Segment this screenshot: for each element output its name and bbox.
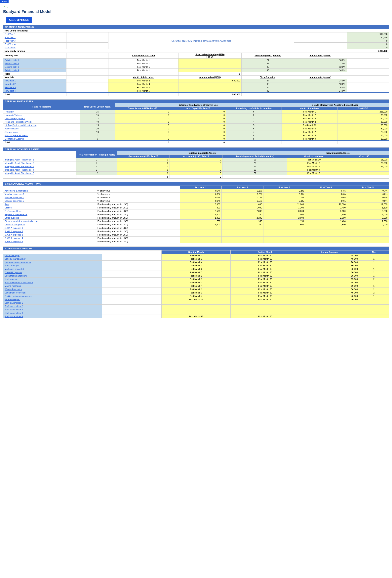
existing-debt-row-3: Existing debt 3 Fcst Month 1 48 12.0% xyxy=(3,65,389,69)
capex-intangible-row-0: Intangible Asset Placeholder 1 2 0 0 12 … xyxy=(3,158,389,161)
asset-name-header: Fixed Asset Name xyxy=(3,103,80,110)
capex-fixed-total-row: Total 0 0 xyxy=(3,141,389,144)
sga-row-5: Utilities Fixed monthly amount (in USD) … xyxy=(3,206,389,209)
new-debt-row-3: New debt 3 Fcst Month 4 48 14.0% xyxy=(3,86,389,89)
capex-fixed-header: CAPEX ON FIXED ASSETS xyxy=(3,99,389,103)
amort-period-header: Total Amortization Period (in Years) xyxy=(76,151,117,158)
existing-debt-row-2: Existing debt 2 Fcst Month 1 36 11.0% xyxy=(3,62,389,65)
capex-fixed-row-7: Workshop/Repair Areas 5 0 0 8 Fcst Month… xyxy=(3,134,389,137)
existing-debt-row-4: Existing debt 4 Fcst Month 1 63 14.0% xyxy=(3,69,389,72)
sga-row-3: Variable expenses 3 % of revenue 0.0% 0.… xyxy=(3,199,389,203)
existing-debt-calc-1: Fcst Month 1 xyxy=(108,58,178,62)
staffing-row-0: Office manager Fcst Month 1 Fcst Month 6… xyxy=(3,254,389,257)
new-debt-month-header: Month of debt raised xyxy=(108,76,178,79)
sga-row-15: S, G& A expense 5 Fixed monthly amount (… xyxy=(3,240,389,243)
existing-debt-label-3: Existing debt 3 xyxy=(3,65,66,69)
staffing-row-7: Yard manager Fcst Month 1 Fcst Month 60 … xyxy=(3,278,389,281)
index-tab[interactable]: Index xyxy=(0,0,8,3)
existing-debt-label-2: Existing debt 2 xyxy=(3,62,66,65)
capex-fixed-group-header: Fixed Asset Name Total Useful Life (in Y… xyxy=(3,103,389,107)
calc-start-header: Calculation start from xyxy=(108,53,178,58)
existing-debt-label: Existing debt xyxy=(3,53,66,58)
new-equity-funding-value: 1,083,132 xyxy=(347,49,389,53)
new-debt-row-4: New debt 4 Fcst Month 5 48 14.0% xyxy=(3,89,389,93)
capex-fixed-row-5: Access Roads 20 0 0 6 Fcst Month 6 30,00… xyxy=(3,127,389,130)
staffing-row-16: Staff placeholder 3 xyxy=(3,308,389,311)
new-debt-row-2: New debt 2 Fcst Month 3 48 10.0% xyxy=(3,82,389,86)
existing-debt-principal-1 xyxy=(178,58,242,62)
sga-row-0: Advertising & marketing % of revenue 0.3… xyxy=(3,189,389,193)
new-equity-label: New Equity Financing: xyxy=(3,29,389,32)
staffing-row-1: Scheduler/Dispatcher Fcst Month 3 Fcst M… xyxy=(3,257,389,261)
sga-table: S,G&A EXPENSES ASSUMPTIONS Fcst Year 1 F… xyxy=(3,182,389,243)
equity-label-2: Fcst Year 2 xyxy=(3,36,66,39)
existing-intangible-header: Existing Intangible Assets xyxy=(117,151,287,155)
staffing-row-11: Equipment technician Fcst Month 3 Fcst M… xyxy=(3,291,389,294)
equity-value-1: 992,306 xyxy=(347,32,389,36)
equity-label-1: Fcst Year 1 xyxy=(3,32,66,36)
existing-debt-row-1: Existing debt 1 Fcst Month 1 24 10.0% xyxy=(3,58,389,62)
new-header: Details of New Fixed Assets to be purcha… xyxy=(282,103,389,107)
capex-intangible-group-header: Total Amortization Period (in Years) Exi… xyxy=(3,151,389,155)
equity-note: Amount of new equity funding is calculat… xyxy=(108,32,294,49)
assumptions-label: ASSUMPTIONS xyxy=(6,17,32,23)
capex-intangible-row-1: Intangible Asset Placeholder 2 4 0 0 20 … xyxy=(3,161,389,165)
existing-debt-total-row: Total 0 xyxy=(3,72,389,76)
new-equity-funding-label: New equity funding xyxy=(3,49,347,53)
existing-debt-rate-1: 10.0% xyxy=(294,58,347,62)
financing-table: FINANCING ASSUMPTIONS New Equity Financi… xyxy=(3,25,389,96)
capex-fixed-row-0: Travel Lift 15 0 0 6 Fcst Month 1 225,00… xyxy=(3,110,389,113)
sga-row-7: Repairs & maintenance Fixed monthly amou… xyxy=(3,213,389,216)
equity-label-3: Fcst Year 3 xyxy=(3,39,66,43)
equity-row-1: Fcst Year 1 Amount of new equity funding… xyxy=(3,32,389,36)
new-debt-amount-header: Amount raised(USD) xyxy=(178,76,242,79)
equity-value-4: 0 xyxy=(347,43,389,46)
staffing-table: STAFFING ASSUMPTIONS Starting Month Endi… xyxy=(3,246,389,318)
capex-intangible-table: CAPEX ON INTANGIBLE ASSETS Total Amortiz… xyxy=(3,147,389,179)
useful-life-header: Total Useful Life (in Years) xyxy=(80,103,115,110)
existing-debt-label-4: Existing debt 4 xyxy=(3,69,66,72)
staffing-header: STAFFING ASSUMPTIONS xyxy=(3,247,389,250)
staffing-row-18: Staff placeholder 5 Fcst Month 55 Fcst M… xyxy=(3,315,389,318)
staffing-row-15: Staff placeholder 2 xyxy=(3,305,389,308)
sga-row-9: Other general & administrative exp Fixed… xyxy=(3,220,389,223)
sga-col-headers: Fcst Year 1 Fcst Year 2 Fcst Year 3 Fcst… xyxy=(3,186,389,189)
equity-value-5: 0 xyxy=(347,46,389,49)
staffing-row-3: Sales manager Fcst Month 1 Fcst Month 60… xyxy=(3,264,389,267)
capex-fixed-row-8: Monitoring Systems 7 0 0 9 Fcst Month 9 … xyxy=(3,137,389,141)
sga-row-10: Licenses and permits Fixed monthly amoun… xyxy=(3,223,389,226)
capex-fixed-row-6: Storage Yards 10 0 0 7 Fcst Month 7 20,0… xyxy=(3,130,389,134)
new-debt-label: New debt xyxy=(3,76,66,79)
new-intangible-header: New Intangible Assets xyxy=(287,151,389,155)
new-debt-header-row: New debt Month of debt raised Amount rai… xyxy=(3,76,389,79)
financing-section-header: FINANCING ASSUMPTIONS xyxy=(3,25,389,29)
interest-header: Interest rate (annual) xyxy=(294,53,347,58)
staffing-row-8: Boat maintenance technician Fcst Month 1… xyxy=(3,281,389,284)
sga-row-2: Variable expenses 2 % of revenue 0.0% 0.… xyxy=(3,196,389,199)
principal-header: Principal outstanding (USD) Feb-25 xyxy=(178,53,242,58)
capex-fixed-table: CAPEX ON FIXED ASSETS Fixed Asset Name T… xyxy=(3,99,389,144)
new-debt-term-header: Term (months) xyxy=(242,76,294,79)
staffing-row-10: Welder/Fabricator Fcst Month 1 Fcst Mont… xyxy=(3,288,389,291)
sga-row-8: Office supplies Fixed monthly amount (in… xyxy=(3,216,389,220)
sga-row-4: Rent Fixed monthly amount (in USD) 10,00… xyxy=(3,203,389,206)
new-equity-funding-row: New equity funding 1,083,132 xyxy=(3,49,389,53)
capex-fixed-row-3: Piling and Foundation Work 40 0 0 4 Fcst… xyxy=(3,120,389,124)
existing-debt-total-label: Total xyxy=(3,72,66,76)
sga-row-13: S, G& A expense 3 Fixed monthly amount (… xyxy=(3,233,389,237)
staffing-col-headers: Starting Month Ending Month Annual Packa… xyxy=(3,250,389,254)
staffing-row-14: Staff placeholder 1 xyxy=(3,301,389,305)
capex-intangible-row-4: Intangible Asset Placeholder 5 12 0 0 72… xyxy=(3,172,389,175)
capex-fixed-row-4: Lift Bay Design and Construction 15 0 0 … xyxy=(3,124,389,127)
staffing-row-5: Travel lift operator Fcst Month 3 Fcst M… xyxy=(3,271,389,274)
existing-debt-header-row: Existing debt Calculation start from Pri… xyxy=(3,53,389,58)
equity-value-3: 0 xyxy=(347,39,389,43)
capex-intangible-row-3: Intangible Asset Placeholder 4 2 0 0 12 … xyxy=(3,168,389,172)
capex-fixed-row-2: Dockside Equipment 12 0 0 3 Fcst Month 3… xyxy=(3,117,389,120)
equity-label-4: Fcst Year 4 xyxy=(3,43,66,46)
equity-value-2: 90,826 xyxy=(347,36,389,39)
staffing-row-4: Marketing specialist Fcst Month 2 Fcst M… xyxy=(3,267,389,271)
staffing-row-13: Groundskeeper Fcst Month 28 Fcst Month 6… xyxy=(3,298,389,301)
remaining-header: Remaining term (months) xyxy=(242,53,294,58)
new-debt-total-row: Total 500,000 xyxy=(3,93,389,96)
